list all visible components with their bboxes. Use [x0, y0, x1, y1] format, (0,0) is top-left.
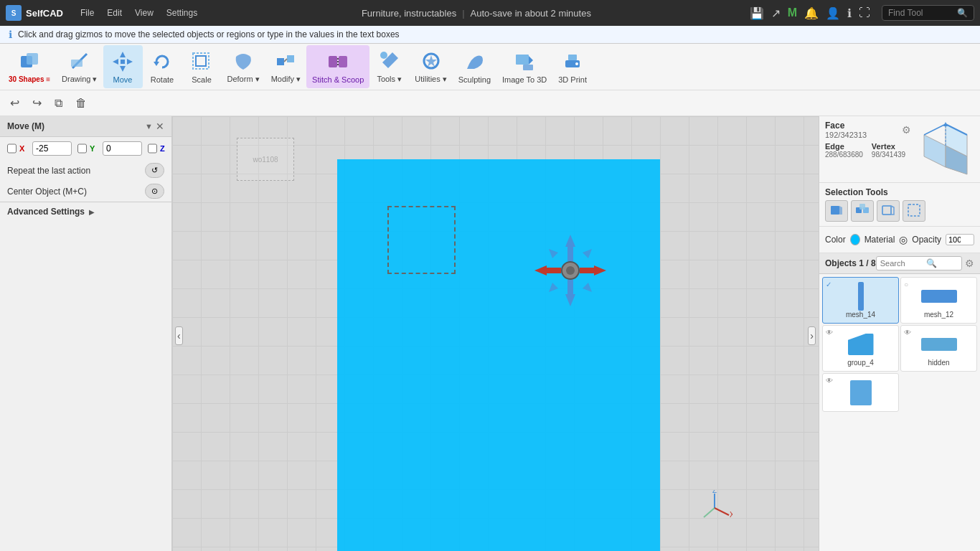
- svg-line-44: [704, 508, 715, 517]
- autosave-status: Auto-save in about 2 minutes: [471, 8, 591, 19]
- svg-rect-54: [831, 206, 839, 215]
- info-bar-message: Click and drag gizmos to move the select…: [18, 29, 400, 39]
- coord-z-checkbox[interactable]: [148, 143, 157, 154]
- tool-scale[interactable]: Scale: [182, 45, 222, 88]
- fullscreen-icon[interactable]: ⛶: [859, 6, 870, 19]
- move-icon: [111, 50, 134, 73]
- menu-settings[interactable]: Settings: [161, 5, 203, 21]
- obj-eye-icon-hidden: 👁: [904, 329, 911, 336]
- panel-dropdown-btn[interactable]: ▼: [145, 122, 153, 131]
- info-bar: ℹ Click and drag gizmos to move the sele…: [0, 26, 980, 44]
- group4-shape: [848, 334, 874, 355]
- opacity-input[interactable]: [946, 234, 974, 245]
- objects-settings-icon[interactable]: ⚙: [965, 258, 974, 269]
- hidden-shape: [921, 338, 957, 351]
- duplicate-button[interactable]: ⧉: [52, 95, 65, 111]
- search-input[interactable]: [880, 259, 923, 268]
- search-icon: 🔍: [926, 258, 937, 268]
- history-bar: ↩ ↪ ⧉ 🗑: [0, 90, 980, 116]
- svg-marker-38: [549, 283, 558, 292]
- tool-rotate[interactable]: Rotate: [143, 45, 182, 88]
- delete-button[interactable]: 🗑: [72, 95, 90, 111]
- tool-3d-shapes-label: 30 Shapes ≡: [9, 75, 50, 83]
- obj-item-more1[interactable]: 👁: [822, 373, 899, 412]
- svg-rect-33: [547, 268, 561, 273]
- find-tool-search-icon: 🔍: [957, 8, 968, 18]
- sel-wire-btn[interactable]: [877, 200, 900, 222]
- canvas-area[interactable]: wo1108: [172, 116, 819, 551]
- svg-marker-34: [594, 265, 606, 276]
- coord-x-input[interactable]: [32, 141, 72, 156]
- tool-sculpting[interactable]: Sculpting: [453, 45, 496, 88]
- undo-button[interactable]: ↩: [7, 95, 22, 111]
- obj-thumb-mesh12: [921, 282, 957, 311]
- tool-deform[interactable]: Deform ▾: [222, 45, 265, 88]
- mesh-info-section: Face 192/342313 ⚙ Edge 288/683680 Vertex…: [819, 116, 980, 183]
- menu-view[interactable]: View: [129, 5, 159, 21]
- svg-marker-21: [425, 55, 437, 67]
- sel-region-btn[interactable]: [903, 200, 925, 222]
- face-count: 192/342313: [825, 131, 867, 139]
- advanced-settings-section[interactable]: Advanced Settings ▶: [0, 202, 171, 221]
- obj-item-hidden[interactable]: 👁 hidden: [900, 325, 977, 372]
- tool-stitch-scoop[interactable]: Stitch & Scoop: [306, 45, 369, 88]
- obj-name-group4: group_4: [847, 359, 874, 367]
- svg-point-41: [566, 266, 575, 275]
- save-icon[interactable]: 💾: [750, 6, 764, 20]
- obj-item-group4[interactable]: 👁 group_4: [822, 325, 899, 372]
- tool-move[interactable]: Move: [103, 45, 143, 88]
- panel-header: Move (M) ▼ ✕: [0, 116, 171, 137]
- mesh-settings-icon[interactable]: ⚙: [902, 124, 911, 136]
- find-tool-input[interactable]: [888, 8, 953, 18]
- obj-item-mesh12[interactable]: ○ mesh_12: [900, 277, 977, 324]
- m-icon[interactable]: M: [788, 6, 797, 19]
- obj-name-mesh14: mesh_14: [846, 311, 875, 319]
- svg-rect-22: [516, 55, 529, 65]
- share-icon[interactable]: ↗: [771, 6, 781, 20]
- info-icon[interactable]: ℹ: [847, 6, 852, 20]
- coord-y-checkbox[interactable]: [77, 143, 87, 154]
- user-icon[interactable]: 👤: [826, 6, 840, 20]
- sculpting-icon: [463, 50, 486, 73]
- svg-marker-55: [839, 206, 842, 215]
- 3d-print-icon: [561, 50, 584, 73]
- svg-line-51: [924, 124, 946, 135]
- sel-face-btn[interactable]: [825, 200, 848, 222]
- menu-edit[interactable]: Edit: [101, 5, 128, 21]
- material-icon[interactable]: ◎: [899, 234, 908, 245]
- svg-marker-4: [120, 66, 126, 72]
- menu-file[interactable]: File: [75, 5, 100, 21]
- cube-viewer[interactable]: [917, 121, 974, 178]
- tool-image-to-3d[interactable]: Image To 3D: [496, 45, 552, 88]
- selection-tools-title: Selection Tools: [825, 187, 974, 197]
- color-label: Color: [825, 235, 846, 245]
- color-swatch[interactable]: [850, 234, 860, 245]
- search-row[interactable]: 🔍: [876, 256, 962, 270]
- sel-multi-btn[interactable]: [851, 200, 874, 222]
- move-gizmo: [531, 231, 610, 310]
- repeat-action-button[interactable]: ↺: [145, 163, 164, 178]
- main-toolbar: 30 Shapes ≡ Drawing ▾ Move Rotate: [0, 44, 980, 90]
- canvas-nav-right[interactable]: ›: [808, 326, 816, 345]
- tool-utilities[interactable]: Utilities ▾: [409, 45, 453, 88]
- tool-3d-print[interactable]: 3D Print: [552, 45, 593, 88]
- panel-close-button[interactable]: ✕: [156, 121, 164, 132]
- redo-button[interactable]: ↪: [29, 95, 44, 111]
- obj-name-mesh12: mesh_12: [924, 311, 953, 319]
- tool-tools[interactable]: Tools ▾: [369, 45, 409, 88]
- center-object-button[interactable]: ⊙: [145, 184, 164, 199]
- obj-item-mesh14[interactable]: ✓ mesh_14: [822, 277, 899, 324]
- coord-x-checkbox[interactable]: [7, 143, 17, 154]
- svg-marker-28: [565, 235, 575, 247]
- tool-drawing[interactable]: Drawing ▾: [56, 45, 103, 88]
- svg-rect-12: [287, 55, 294, 62]
- tool-modify[interactable]: Modify ▾: [265, 45, 306, 88]
- canvas-nav-left[interactable]: ‹: [175, 326, 183, 345]
- svg-marker-32: [534, 265, 547, 276]
- find-tool-box[interactable]: 🔍: [882, 5, 974, 21]
- coord-y-input[interactable]: [103, 141, 142, 156]
- tool-3d-shapes[interactable]: 30 Shapes ≡: [3, 45, 56, 88]
- edge-label: Edge: [825, 142, 863, 151]
- objects-count-label: Objects 1 / 8: [825, 258, 876, 268]
- bell-icon[interactable]: 🔔: [804, 6, 819, 20]
